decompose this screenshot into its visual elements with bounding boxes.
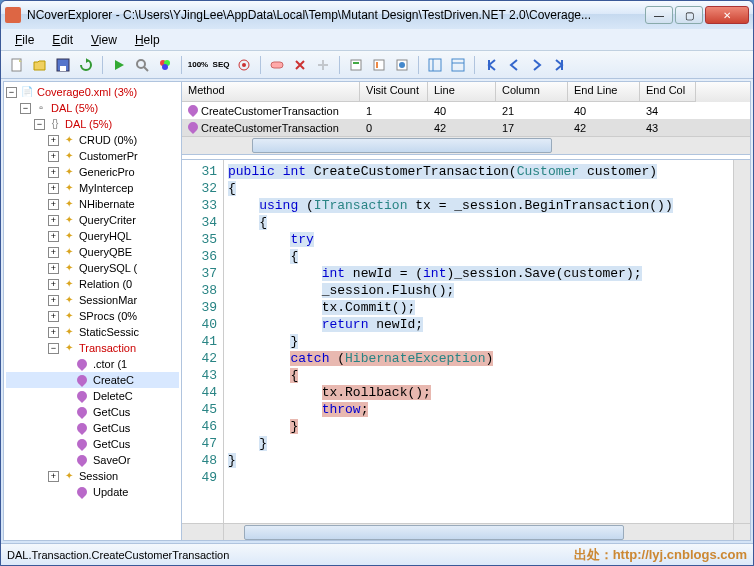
- pct100-icon[interactable]: 100%: [188, 55, 208, 75]
- open-icon[interactable]: [30, 55, 50, 75]
- expand-icon[interactable]: +: [48, 135, 59, 146]
- nav-first-icon[interactable]: [481, 55, 501, 75]
- report3-icon[interactable]: [392, 55, 412, 75]
- xml-icon: 📄: [20, 85, 34, 99]
- add-icon[interactable]: [313, 55, 333, 75]
- tree-item[interactable]: QuerySQL (: [79, 260, 137, 276]
- collapse-icon[interactable]: −: [20, 103, 31, 114]
- tree-item[interactable]: SaveOr: [93, 452, 130, 468]
- layout2-icon[interactable]: [448, 55, 468, 75]
- report1-icon[interactable]: [346, 55, 366, 75]
- new-icon[interactable]: [7, 55, 27, 75]
- tree-item[interactable]: Transaction: [79, 340, 136, 356]
- delete-icon[interactable]: [290, 55, 310, 75]
- expand-icon[interactable]: +: [48, 151, 59, 162]
- menu-file[interactable]: File: [7, 31, 42, 49]
- tree-item-selected[interactable]: CreateC: [93, 372, 134, 388]
- target-icon[interactable]: [234, 55, 254, 75]
- expand-icon[interactable]: +: [48, 215, 59, 226]
- method-icon: [76, 437, 90, 451]
- grid-row[interactable]: CreateCustomerTransaction 1 40 21 40 34: [182, 102, 750, 119]
- collapse-icon[interactable]: −: [48, 343, 59, 354]
- col-method[interactable]: Method: [182, 82, 360, 102]
- class-icon: ✦: [62, 261, 76, 275]
- expand-icon[interactable]: +: [48, 311, 59, 322]
- titlebar[interactable]: NCoverExplorer - C:\Users\YJingLee\AppDa…: [1, 1, 753, 29]
- tree-item[interactable]: .ctor (1: [93, 356, 127, 372]
- tree-item[interactable]: Relation (0: [79, 276, 132, 292]
- expand-icon[interactable]: +: [48, 471, 59, 482]
- col-endcol[interactable]: End Col: [640, 82, 696, 102]
- expand-icon[interactable]: +: [48, 183, 59, 194]
- col-column[interactable]: Column: [496, 82, 568, 102]
- filter-icon[interactable]: SEQ: [211, 55, 231, 75]
- tree-item[interactable]: QueryQBE: [79, 244, 132, 260]
- class-icon: ✦: [62, 133, 76, 147]
- expand-icon[interactable]: +: [48, 167, 59, 178]
- grid-hscrollbar[interactable]: [182, 136, 750, 154]
- menu-edit[interactable]: Edit: [44, 31, 81, 49]
- svg-point-9: [242, 63, 246, 67]
- tree-item[interactable]: GetCus: [93, 420, 130, 436]
- collapse-icon[interactable]: −: [6, 87, 17, 98]
- tree-panel: −📄Coverage0.xml (3%) −▫DAL (5%) −{}DAL (…: [4, 82, 182, 540]
- save-icon[interactable]: [53, 55, 73, 75]
- tree-item[interactable]: CRUD (0%): [79, 132, 137, 148]
- method-icon: [76, 357, 90, 371]
- tree-item[interactable]: SProcs (0%: [79, 308, 137, 324]
- line-gutter: 31323334353637383940414243444546474849: [182, 160, 224, 523]
- tree-item[interactable]: DAL (5%): [51, 100, 98, 116]
- layout1-icon[interactable]: [425, 55, 445, 75]
- tree-root[interactable]: Coverage0.xml (3%): [37, 84, 137, 100]
- minimize-button[interactable]: —: [645, 6, 673, 24]
- col-line[interactable]: Line: [428, 82, 496, 102]
- expand-icon[interactable]: +: [48, 279, 59, 290]
- close-button[interactable]: ✕: [705, 6, 749, 24]
- tree-item[interactable]: StaticSessic: [79, 324, 139, 340]
- tree-item[interactable]: MyIntercep: [79, 180, 133, 196]
- tree-item[interactable]: GenericPro: [79, 164, 135, 180]
- expand-icon[interactable]: +: [48, 263, 59, 274]
- run-icon[interactable]: [109, 55, 129, 75]
- report2-icon[interactable]: [369, 55, 389, 75]
- tree-item[interactable]: GetCus: [93, 436, 130, 452]
- expand-icon[interactable]: +: [48, 295, 59, 306]
- code-hscrollbar[interactable]: [182, 523, 750, 540]
- class-icon: ✦: [62, 149, 76, 163]
- tree-item[interactable]: Update: [93, 484, 128, 500]
- tree-item[interactable]: GetCus: [93, 404, 130, 420]
- svg-rect-2: [60, 66, 66, 71]
- nav-next-icon[interactable]: [527, 55, 547, 75]
- nav-prev-icon[interactable]: [504, 55, 524, 75]
- expand-icon[interactable]: +: [48, 199, 59, 210]
- colors-icon[interactable]: [155, 55, 175, 75]
- tree-item[interactable]: CustomerPr: [79, 148, 138, 164]
- toggle-icon[interactable]: [267, 55, 287, 75]
- menu-help[interactable]: Help: [127, 31, 168, 49]
- refresh-icon[interactable]: [76, 55, 96, 75]
- svg-point-16: [399, 62, 405, 68]
- search-icon[interactable]: [132, 55, 152, 75]
- col-visit[interactable]: Visit Count: [360, 82, 428, 102]
- assembly-icon: ▫: [34, 101, 48, 115]
- expand-icon[interactable]: +: [48, 231, 59, 242]
- tree-item[interactable]: QueryHQL: [79, 228, 132, 244]
- collapse-icon[interactable]: −: [34, 119, 45, 130]
- tree-item[interactable]: SessionMar: [79, 292, 137, 308]
- nav-last-icon[interactable]: [550, 55, 570, 75]
- tree-item[interactable]: DeleteC: [93, 388, 133, 404]
- maximize-button[interactable]: ▢: [675, 6, 703, 24]
- tree-item[interactable]: Session: [79, 468, 118, 484]
- grid-row[interactable]: CreateCustomerTransaction 0 42 17 42 43: [182, 119, 750, 136]
- menu-view[interactable]: View: [83, 31, 125, 49]
- coverage-tree[interactable]: −📄Coverage0.xml (3%) −▫DAL (5%) −{}DAL (…: [4, 82, 181, 540]
- expand-icon[interactable]: +: [48, 247, 59, 258]
- code-vscrollbar[interactable]: [733, 160, 750, 523]
- tree-item[interactable]: NHibernate: [79, 196, 135, 212]
- expand-icon[interactable]: +: [48, 327, 59, 338]
- col-endline[interactable]: End Line: [568, 82, 640, 102]
- code-view[interactable]: public int CreateCustomerTransaction(Cus…: [224, 160, 733, 523]
- tree-item[interactable]: QueryCriter: [79, 212, 136, 228]
- status-path: DAL.Transaction.CreateCustomerTransactio…: [7, 549, 229, 561]
- tree-item[interactable]: DAL (5%): [65, 116, 112, 132]
